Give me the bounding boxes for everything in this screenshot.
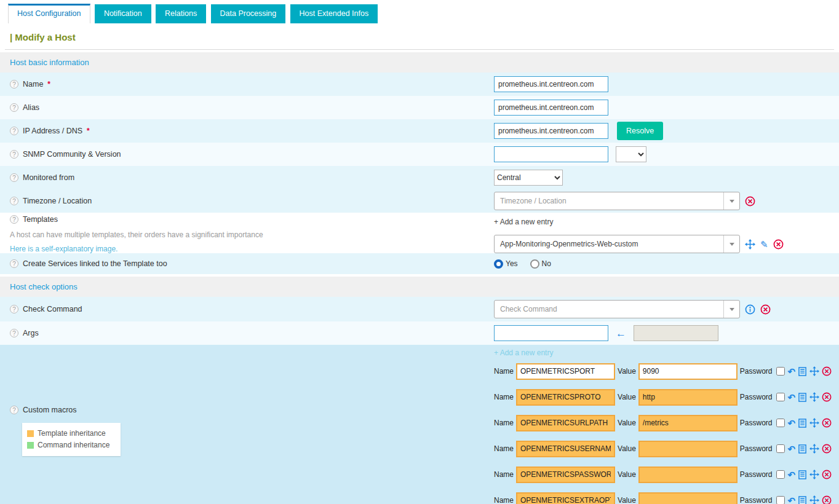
macro-name-input[interactable]: [516, 492, 615, 504]
macro-password-checkbox[interactable]: [776, 393, 785, 401]
macro-value-input[interactable]: [638, 492, 738, 504]
tab-host-extended-infos[interactable]: Host Extended Infos: [290, 4, 378, 23]
template-select[interactable]: App-Monitoring-Openmetrics-Web-custom: [494, 235, 740, 253]
macro-password-checkbox[interactable]: [776, 367, 785, 376]
name-label: Name: [23, 80, 43, 89]
monitored-from-select[interactable]: Central: [494, 170, 563, 186]
description-icon[interactable]: [798, 367, 807, 376]
create-services-label: Create Services linked to the Template t…: [23, 259, 167, 268]
move-icon[interactable]: [809, 470, 819, 479]
name-input[interactable]: [494, 76, 608, 92]
templates-help-text: A host can have multiple templates, thei…: [10, 230, 263, 239]
legend-command-inheritance: Command inheritance: [27, 439, 113, 451]
macros-add-entry-link[interactable]: + Add a new entry: [494, 345, 839, 358]
description-icon[interactable]: [798, 444, 807, 454]
macro-name-input[interactable]: [516, 467, 615, 483]
page-title: | Modify a Host: [0, 23, 839, 49]
templates-add-entry-link[interactable]: + Add a new entry: [494, 215, 553, 230]
undo-icon[interactable]: ↶: [788, 393, 796, 402]
macro-value-input[interactable]: [638, 389, 738, 406]
edit-template-icon[interactable]: ✎: [760, 240, 768, 249]
help-icon[interactable]: ?: [10, 305, 18, 313]
move-icon[interactable]: [809, 444, 819, 454]
clear-timezone-icon[interactable]: [745, 196, 755, 207]
timezone-label: Timezone / Location: [23, 197, 92, 205]
help-icon[interactable]: ?: [10, 80, 18, 89]
resolve-button[interactable]: Resolve: [617, 122, 663, 140]
macro-password-checkbox[interactable]: [776, 444, 785, 453]
chevron-down-icon[interactable]: [723, 192, 739, 210]
delete-macro-icon[interactable]: [822, 366, 832, 376]
macro-name-input[interactable]: [516, 415, 615, 431]
macro-password-checkbox[interactable]: [776, 496, 785, 504]
undo-icon[interactable]: ↶: [788, 470, 796, 479]
section-host-check-options: Host check options: [0, 277, 839, 297]
macro-value-input[interactable]: [638, 415, 738, 431]
help-icon[interactable]: ?: [10, 127, 18, 135]
tab-host-configuration[interactable]: Host Configuration: [8, 4, 90, 23]
template-inheritance-swatch: [27, 430, 34, 437]
macro-value-input[interactable]: [638, 363, 738, 380]
help-icon[interactable]: ?: [10, 103, 18, 112]
tab-data-processing[interactable]: Data Processing: [211, 4, 286, 23]
undo-icon[interactable]: ↶: [788, 496, 796, 504]
undo-icon[interactable]: ↶: [788, 367, 796, 376]
move-icon[interactable]: [809, 366, 819, 376]
templates-help-link[interactable]: Here is a self-explanatory image.: [10, 245, 117, 253]
radio-yes[interactable]: Yes: [494, 259, 518, 269]
help-icon[interactable]: ?: [10, 329, 18, 337]
description-icon[interactable]: [798, 470, 807, 479]
macro-value-input[interactable]: [638, 441, 738, 457]
macro-row: Name Value Password ↶: [494, 487, 839, 504]
timezone-placeholder: Timezone / Location: [495, 197, 723, 205]
move-icon[interactable]: [809, 392, 819, 402]
delete-macro-icon[interactable]: [822, 444, 832, 454]
tab-relations[interactable]: Relations: [156, 4, 206, 23]
macro-password-checkbox[interactable]: [776, 419, 785, 427]
macro-name-input[interactable]: [516, 363, 615, 380]
macro-value-input[interactable]: [638, 467, 738, 483]
args-input[interactable]: [494, 325, 608, 341]
macro-name-input[interactable]: [516, 441, 615, 457]
radio-no-label: No: [542, 259, 551, 268]
radio-no[interactable]: No: [530, 259, 551, 269]
help-icon[interactable]: ?: [10, 406, 18, 414]
delete-macro-icon[interactable]: [822, 392, 832, 402]
delete-macro-icon[interactable]: [822, 470, 832, 479]
help-icon[interactable]: ?: [10, 215, 18, 224]
form-row-create-services: ? Create Services linked to the Template…: [0, 253, 839, 274]
delete-macro-icon[interactable]: [822, 418, 832, 428]
help-icon[interactable]: ?: [10, 150, 18, 159]
macro-name-input[interactable]: [516, 389, 615, 406]
ip-address-input[interactable]: [494, 123, 608, 139]
info-icon[interactable]: [745, 304, 755, 315]
chevron-down-icon[interactable]: [723, 235, 739, 253]
description-icon[interactable]: [798, 496, 807, 504]
undo-icon[interactable]: ↶: [788, 444, 796, 454]
undo-icon[interactable]: ↶: [788, 419, 796, 428]
move-icon[interactable]: [809, 418, 819, 428]
description-icon[interactable]: [798, 393, 807, 402]
delete-template-icon[interactable]: [773, 239, 784, 250]
help-icon[interactable]: ?: [10, 259, 18, 268]
clear-check-command-icon[interactable]: [760, 304, 771, 315]
macro-row: Name Value Password ↶: [494, 358, 839, 384]
required-mark: *: [87, 127, 90, 135]
tab-notification[interactable]: Notification: [95, 4, 151, 23]
help-icon[interactable]: ?: [10, 197, 18, 205]
chevron-down-icon[interactable]: [723, 301, 739, 318]
snmp-community-input[interactable]: [494, 146, 608, 162]
description-icon[interactable]: [798, 419, 807, 428]
delete-macro-icon[interactable]: [822, 495, 832, 504]
snmp-version-select[interactable]: [616, 146, 646, 162]
help-icon[interactable]: ?: [10, 173, 18, 182]
alias-input[interactable]: [494, 100, 608, 116]
timezone-select[interactable]: Timezone / Location: [494, 192, 740, 210]
macro-password-checkbox[interactable]: [776, 470, 785, 479]
args-label: Args: [23, 329, 39, 337]
move-icon[interactable]: [745, 239, 755, 250]
radio-yes-label: Yes: [506, 259, 518, 268]
check-command-placeholder: Check Command: [495, 305, 723, 313]
move-icon[interactable]: [809, 495, 819, 504]
check-command-select[interactable]: Check Command: [494, 300, 740, 318]
